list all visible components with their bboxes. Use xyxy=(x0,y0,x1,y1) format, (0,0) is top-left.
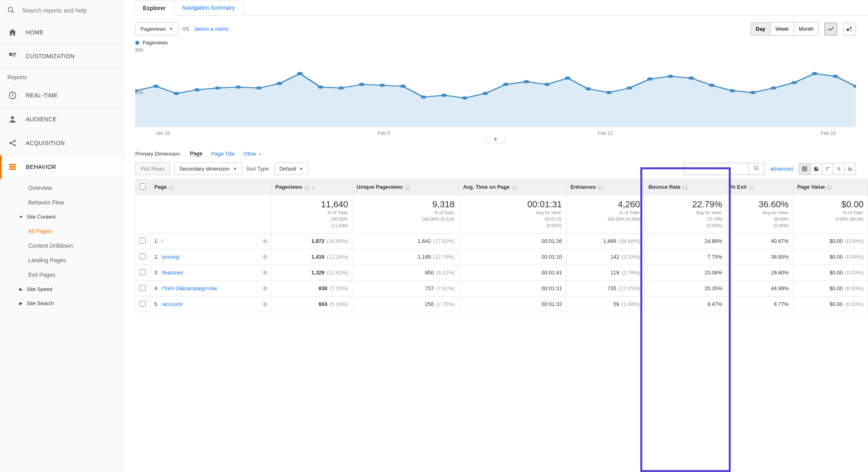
behavior-icon xyxy=(8,162,17,171)
col-bounce-rate[interactable]: Bounce Rate? xyxy=(644,179,727,195)
x-tick: Jan 29 xyxy=(155,131,170,136)
svg-point-23 xyxy=(235,86,241,89)
nav-customization[interactable]: + CUSTOMIZATION xyxy=(0,44,123,68)
nav-audience[interactable]: AUDIENCE xyxy=(0,107,123,131)
table-search-input[interactable] xyxy=(684,163,748,175)
subnav-content-drilldown[interactable]: Content Drilldown xyxy=(25,238,123,253)
subnav-all-pages[interactable]: All Pages xyxy=(25,224,123,238)
granularity-week[interactable]: Week xyxy=(770,23,794,35)
expand-chart-handle[interactable]: ▼ xyxy=(486,136,505,143)
dimension-row: Primary Dimension: Page Page Title Other… xyxy=(123,143,868,158)
tab-explorer[interactable]: Explorer xyxy=(134,0,174,16)
open-external-icon[interactable]: ⧉ xyxy=(263,238,267,244)
subnav-site-content[interactable]: ▼ Site Content xyxy=(15,210,123,224)
sort-type-value: Default xyxy=(279,166,296,172)
cell-avg-time: 00:01:41 xyxy=(459,265,566,280)
open-external-icon[interactable]: ⧉ xyxy=(263,254,267,260)
view-table-button[interactable] xyxy=(799,163,810,175)
page-link[interactable]: /features/ xyxy=(161,270,183,276)
col-avg-time[interactable]: Avg. Time on Page? xyxy=(459,179,566,195)
select-all-checkbox[interactable] xyxy=(140,183,146,190)
nav-realtime[interactable]: REAL-TIME xyxy=(0,84,123,107)
col-page[interactable]: Page? xyxy=(150,179,271,195)
row-checkbox[interactable] xyxy=(140,269,146,275)
summary-pageviews: 11,640 xyxy=(275,199,348,210)
granularity-day[interactable]: Day xyxy=(751,23,770,35)
page-link[interactable]: / xyxy=(161,238,163,244)
subnav-overview[interactable]: Overview xyxy=(25,181,123,195)
cell-unique-pageviews: 737(7.91%) xyxy=(352,280,459,296)
row-checkbox[interactable] xyxy=(140,253,146,259)
toolbar: Pageviews ▼ VS. Select a metric Day Week… xyxy=(123,16,868,40)
cell-page: 1. /⧉ xyxy=(150,233,271,249)
secondary-dimension-dropdown[interactable]: Secondary dimension ▼ xyxy=(174,162,242,175)
help-icon[interactable]: ? xyxy=(826,185,832,190)
nav-realtime-label: REAL-TIME xyxy=(26,92,58,99)
view-comparison-button[interactable] xyxy=(833,163,844,175)
row-checkbox[interactable] xyxy=(140,285,146,291)
view-pivot-button[interactable] xyxy=(844,163,855,175)
help-icon[interactable]: ? xyxy=(598,185,603,190)
help-icon[interactable]: ? xyxy=(682,185,688,190)
help-icon[interactable]: ? xyxy=(405,185,410,190)
subnav-exit-pages[interactable]: Exit Pages xyxy=(25,268,123,282)
cell-entrances: 735(17.25%) xyxy=(566,280,644,296)
view-pie-button[interactable] xyxy=(810,163,822,175)
y-axis-max: 800 xyxy=(135,47,856,53)
cell-entrances: 142(3.33%) xyxy=(566,249,644,265)
summary-value: $0.00 xyxy=(797,199,864,210)
svg-point-32 xyxy=(421,95,426,99)
svg-point-43 xyxy=(647,77,653,80)
advanced-link[interactable]: advanced xyxy=(770,166,793,172)
view-bar-button[interactable] xyxy=(822,163,833,175)
svg-point-27 xyxy=(318,86,323,89)
nav-behavior[interactable]: BEHAVIOR xyxy=(0,155,123,179)
col-pct-exit[interactable]: % Exit? xyxy=(727,179,793,195)
plot-rows-button[interactable]: Plot Rows xyxy=(135,162,170,175)
page-link[interactable]: /pricing/ xyxy=(161,254,180,260)
page-link[interactable]: /?ref=19&campaign=bw xyxy=(161,285,217,291)
col-pageviews[interactable]: Pageviews?↓ xyxy=(271,179,352,195)
cell-avg-time: 00:01:10 xyxy=(459,249,566,265)
table-row: 3. /features/⧉1,329(11.42%)850(9.12%)00:… xyxy=(136,265,868,280)
summary-exit: 36.60% xyxy=(731,199,789,210)
search-input[interactable] xyxy=(22,7,115,14)
sort-type-dropdown[interactable]: Default ▼ xyxy=(274,162,308,175)
row-checkbox[interactable] xyxy=(140,301,146,307)
view-mode-group xyxy=(799,163,856,175)
cell-pct-exit: 8.77% xyxy=(727,296,793,312)
dimension-page[interactable]: Page xyxy=(190,150,202,157)
row-checkbox[interactable] xyxy=(140,238,146,244)
cell-pageviews: 604(5.19%) xyxy=(271,296,352,312)
col-entrances[interactable]: Entrances? xyxy=(566,179,644,195)
help-icon[interactable]: ? xyxy=(304,185,310,190)
sort-desc-icon: ↓ xyxy=(312,185,314,190)
cell-bounce-rate: 23.08% xyxy=(644,265,727,280)
open-external-icon[interactable]: ⧉ xyxy=(263,285,267,292)
subnav-behavior-flow[interactable]: Behavior Flow xyxy=(25,195,123,210)
chart-type-line-button[interactable] xyxy=(824,23,837,36)
help-icon[interactable]: ? xyxy=(512,185,517,190)
table-header-row: Page? Pageviews?↓ Unique Pageviews? Avg.… xyxy=(136,179,868,195)
table-search-button[interactable] xyxy=(748,163,765,175)
nav-customization-label: CUSTOMIZATION xyxy=(26,53,75,59)
chart-type-motion-button[interactable] xyxy=(843,23,856,36)
dimension-page-title[interactable]: Page Title xyxy=(212,151,235,157)
dimension-other[interactable]: Other ▼ xyxy=(243,151,262,157)
col-page-value[interactable]: Page Value? xyxy=(793,179,868,195)
subnav-site-search[interactable]: ▶ Site Search xyxy=(15,296,123,310)
metric-picker[interactable]: Pageviews ▼ xyxy=(135,22,178,36)
help-icon[interactable]: ? xyxy=(748,185,754,190)
subnav-landing-pages[interactable]: Landing Pages xyxy=(25,253,123,268)
page-link[interactable]: /account/ xyxy=(161,301,183,307)
subnav-site-speed[interactable]: ▶ Site Speed xyxy=(15,282,123,296)
open-external-icon[interactable]: ⧉ xyxy=(263,270,267,276)
help-icon[interactable]: ? xyxy=(168,185,174,190)
col-unique-pageviews[interactable]: Unique Pageviews? xyxy=(352,179,459,195)
granularity-month[interactable]: Month xyxy=(794,23,818,35)
nav-acquisition[interactable]: ACQUISITION xyxy=(0,131,123,155)
open-external-icon[interactable]: ⧉ xyxy=(263,301,267,308)
select-metric-link[interactable]: Select a metric xyxy=(194,26,229,32)
nav-home[interactable]: HOME xyxy=(0,21,123,44)
tab-navigation-summary[interactable]: Navigation Summary xyxy=(174,0,243,15)
